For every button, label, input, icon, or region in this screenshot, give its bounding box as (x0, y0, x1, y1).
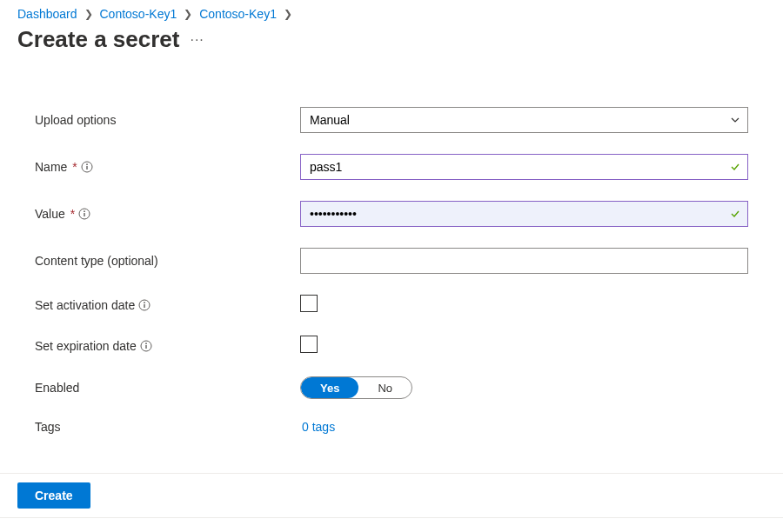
content-type-label: Content type (optional) (35, 254, 158, 268)
enabled-toggle[interactable]: Yes No (300, 376, 412, 399)
breadcrumb: Dashboard ❯ Contoso-Key1 ❯ Contoso-Key1 … (0, 0, 783, 21)
svg-point-4 (84, 210, 85, 212)
upload-options-select[interactable]: Manual (300, 107, 748, 133)
required-indicator: * (70, 207, 75, 221)
more-icon[interactable]: ··· (190, 32, 204, 48)
value-input[interactable] (300, 201, 748, 227)
upload-options-label: Upload options (35, 113, 116, 127)
svg-rect-5 (84, 213, 85, 216)
value-label: Value (35, 207, 65, 221)
create-button[interactable]: Create (17, 482, 90, 509)
name-label: Name (35, 160, 67, 174)
name-input[interactable] (300, 154, 748, 180)
tags-link[interactable]: 0 tags (300, 420, 335, 434)
breadcrumb-dashboard[interactable]: Dashboard (17, 7, 77, 21)
expiration-date-checkbox[interactable] (300, 336, 318, 353)
svg-rect-11 (145, 345, 146, 349)
chevron-right-icon: ❯ (284, 8, 292, 20)
info-icon[interactable] (140, 340, 152, 352)
enabled-no-option[interactable]: No (358, 377, 412, 398)
activation-date-checkbox[interactable] (300, 295, 318, 312)
svg-point-7 (144, 302, 145, 303)
svg-rect-8 (144, 304, 144, 308)
enabled-label: Enabled (35, 381, 79, 395)
svg-point-1 (86, 163, 88, 165)
page-title: Create a secret (17, 26, 179, 53)
tags-label: Tags (35, 420, 61, 434)
info-icon[interactable] (81, 161, 93, 173)
info-icon[interactable] (78, 208, 90, 220)
footer-bar: Create (0, 473, 783, 518)
chevron-right-icon: ❯ (84, 8, 93, 20)
expiration-date-label: Set expiration date (35, 339, 137, 353)
content-type-input[interactable] (300, 248, 748, 274)
svg-point-10 (145, 342, 147, 344)
enabled-yes-option[interactable]: Yes (301, 377, 358, 398)
activation-date-label: Set activation date (35, 298, 135, 312)
chevron-right-icon: ❯ (184, 8, 192, 20)
info-icon[interactable] (138, 299, 151, 311)
svg-rect-2 (86, 166, 87, 170)
breadcrumb-contoso-key1-a[interactable]: Contoso-Key1 (100, 7, 177, 21)
required-indicator: * (72, 160, 77, 174)
create-secret-form: Upload options Manual Name * (0, 53, 783, 434)
breadcrumb-contoso-key1-b[interactable]: Contoso-Key1 (199, 7, 277, 21)
